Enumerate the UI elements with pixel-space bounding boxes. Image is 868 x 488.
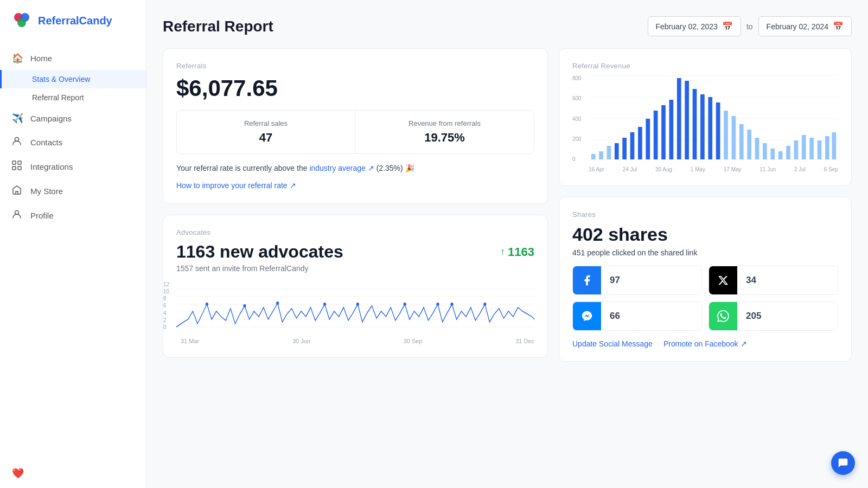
sidebar-item-home-label: Home xyxy=(30,54,52,63)
svg-point-19 xyxy=(356,303,359,306)
update-social-message-link[interactable]: Update Social Message xyxy=(572,339,653,348)
svg-rect-42 xyxy=(693,89,697,159)
shares-label: Shares xyxy=(572,210,838,219)
facebook-count: 97 xyxy=(601,275,629,286)
svg-rect-47 xyxy=(732,116,736,159)
svg-rect-59 xyxy=(825,136,829,159)
svg-rect-4 xyxy=(12,161,16,164)
sidebar-item-profile-label: Profile xyxy=(30,211,54,220)
facebook-icon xyxy=(573,266,601,294)
svg-point-2 xyxy=(17,18,26,27)
advocates-sparkline xyxy=(176,281,534,336)
svg-point-20 xyxy=(404,303,406,306)
revenue-y-labels: 800 600 400 200 0 xyxy=(572,75,582,162)
advocates-sub: 1557 sent an invite from ReferralCandy xyxy=(176,264,534,273)
revenue-x-labels: 16 Apr 24 Jul 30 Aug 1 May 17 May 11 Jun… xyxy=(589,166,838,172)
sidebar-bottom: ❤️ xyxy=(0,459,146,488)
revenue-from-referrals-cell: Revenue from referrals 19.75% xyxy=(355,111,534,153)
industry-average-link[interactable]: industry average ↗ xyxy=(309,164,374,172)
left-column: Referrals $6,077.65 Referral sales 47 Re… xyxy=(163,48,548,362)
sidebar-item-contacts[interactable]: Contacts xyxy=(0,130,146,155)
share-buttons-grid: 97 34 66 xyxy=(572,266,838,331)
whatsapp-icon xyxy=(709,302,737,330)
svg-point-23 xyxy=(483,303,486,306)
referral-sales-label: Referral sales xyxy=(188,119,344,127)
calendar-to-icon: 📅 xyxy=(833,21,844,31)
page-title: Referral Report xyxy=(163,18,273,35)
referrals-big-number: $6,077.65 xyxy=(176,75,534,101)
home-icon: 🏠 xyxy=(12,53,24,64)
svg-point-18 xyxy=(323,303,326,306)
my-store-icon xyxy=(12,185,24,197)
whatsapp-share-button[interactable]: 205 xyxy=(709,301,838,331)
facebook-share-button[interactable]: 97 xyxy=(572,266,702,295)
integrations-icon xyxy=(12,160,24,173)
improve-referral-link[interactable]: How to improve your referral rate ↗ xyxy=(176,181,296,190)
chat-fab-button[interactable] xyxy=(831,451,855,475)
advocates-header: 1163 new advocates ↑ 1163 xyxy=(176,242,534,262)
svg-rect-60 xyxy=(832,132,837,159)
promote-on-facebook-link[interactable]: Promote on Facebook ↗ xyxy=(663,339,747,348)
svg-rect-30 xyxy=(599,151,603,159)
date-from-value: February 02, 2023 xyxy=(656,22,718,31)
shares-big-number: 402 shares xyxy=(572,224,838,245)
svg-rect-38 xyxy=(661,105,666,159)
revenue-from-referrals-label: Revenue from referrals xyxy=(366,119,523,127)
advocates-big-number: 1163 new advocates xyxy=(176,242,343,262)
twitter-count: 34 xyxy=(737,275,765,286)
date-to-value: February 02, 2024 xyxy=(767,22,828,31)
referral-note-pct: (2.35%) 🎉 xyxy=(376,164,414,172)
trend-up-icon: ↑ xyxy=(500,246,505,258)
messenger-icon xyxy=(573,302,601,330)
svg-point-17 xyxy=(276,301,279,305)
logo-icon xyxy=(11,10,33,31)
referrals-card: Referrals $6,077.65 Referral sales 47 Re… xyxy=(163,48,548,204)
svg-rect-48 xyxy=(739,124,744,159)
main-content: Referral Report February 02, 2023 📅 to F… xyxy=(146,0,868,488)
sidebar-item-profile[interactable]: Profile xyxy=(0,203,146,228)
advocates-card: Advocates 1163 new advocates ↑ 1163 1557… xyxy=(163,215,548,358)
svg-rect-29 xyxy=(591,154,596,159)
sidebar-item-referral-report[interactable]: Referral Report xyxy=(0,88,146,107)
svg-rect-50 xyxy=(755,138,760,159)
sidebar-item-my-store-label: My Store xyxy=(30,187,63,196)
sidebar-item-home[interactable]: 🏠 Home xyxy=(0,47,146,70)
svg-rect-56 xyxy=(802,135,806,159)
svg-point-21 xyxy=(436,303,439,306)
date-from-input[interactable]: February 02, 2023 📅 xyxy=(648,16,741,36)
svg-rect-40 xyxy=(677,78,681,159)
svg-rect-54 xyxy=(786,146,790,159)
logo[interactable]: ReferralCandy xyxy=(0,0,146,41)
stats-row: Referral sales 47 Revenue from referrals… xyxy=(176,110,534,154)
page-header: Referral Report February 02, 2023 📅 to F… xyxy=(163,16,852,36)
twitter-share-button[interactable]: 34 xyxy=(709,266,838,295)
sidebar-item-my-store[interactable]: My Store xyxy=(0,179,146,203)
svg-rect-41 xyxy=(685,81,689,159)
svg-rect-49 xyxy=(747,130,751,159)
svg-rect-57 xyxy=(809,138,814,159)
chat-icon xyxy=(837,457,849,469)
svg-rect-32 xyxy=(615,143,619,159)
shares-sub: 451 people clicked on the shared link xyxy=(572,248,838,257)
svg-rect-34 xyxy=(630,132,635,159)
date-separator: to xyxy=(746,22,753,31)
svg-rect-44 xyxy=(708,97,712,159)
svg-rect-31 xyxy=(607,146,611,159)
sidebar-item-stats-label: Stats & Overview xyxy=(32,75,90,84)
logo-text: ReferralCandy xyxy=(38,15,112,27)
svg-rect-7 xyxy=(18,166,21,170)
advocates-chart: 12 10 8 6 4 2 0 xyxy=(176,281,534,336)
svg-rect-45 xyxy=(716,102,720,159)
messenger-share-button[interactable]: 66 xyxy=(572,301,702,331)
sidebar-item-referral-label: Referral Report xyxy=(32,93,84,102)
sidebar-item-integrations[interactable]: Integrations xyxy=(0,155,146,179)
svg-point-15 xyxy=(206,303,208,306)
referrals-label: Referrals xyxy=(176,62,534,70)
referral-note: Your referral rate is currently above th… xyxy=(176,164,534,172)
messenger-count: 66 xyxy=(601,311,629,322)
svg-rect-6 xyxy=(12,166,16,170)
sidebar-item-stats[interactable]: Stats & Overview xyxy=(0,70,146,88)
svg-rect-5 xyxy=(18,161,21,164)
sidebar-item-campaigns[interactable]: ✈️ Campaigns xyxy=(0,107,146,130)
date-to-input[interactable]: February 02, 2024 📅 xyxy=(758,16,852,36)
